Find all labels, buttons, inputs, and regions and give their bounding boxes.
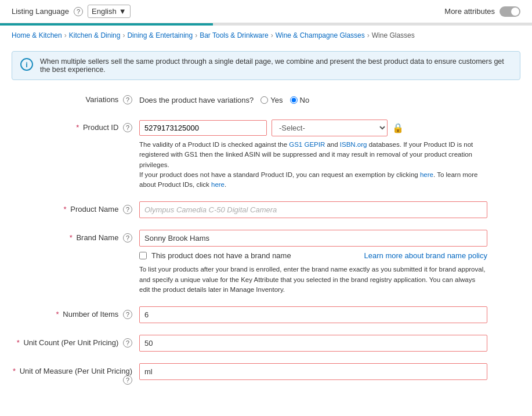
progress-bar-fill (0, 23, 213, 26)
brand-policy-link[interactable]: Learn more about brand name policy (364, 251, 487, 260)
info-banner: i When multiple sellers sell the same pr… (12, 51, 520, 80)
no-brand-checkbox[interactable] (139, 252, 147, 259)
brand-name-label: Brand Name (76, 233, 118, 242)
product-name-row: * Product Name ? (12, 201, 520, 218)
variations-no-label[interactable]: No (290, 96, 310, 104)
breadcrumb: Home & Kitchen › Kitchen & Dining › Dini… (0, 26, 532, 45)
unit-count-help-icon[interactable]: ? (123, 338, 132, 348)
breadcrumb-sep-2: › (122, 31, 125, 39)
number-of-items-input[interactable] (139, 306, 487, 323)
variations-yes-text: Yes (270, 96, 283, 104)
more-attributes-section: More attributes (444, 6, 520, 17)
product-name-required-star: * (64, 205, 67, 214)
gs1-gepir-link[interactable]: GS1 GEPIR (289, 141, 325, 148)
product-name-content (139, 201, 487, 218)
listing-language-section: Listing Language ? English ▼ (12, 5, 131, 18)
variations-no-radio[interactable] (290, 96, 298, 104)
chevron-down-icon: ▼ (119, 7, 126, 16)
exemption-here-link[interactable]: here (420, 171, 433, 178)
brand-name-label-container: * Brand Name ? (12, 230, 139, 243)
unit-count-input[interactable] (139, 335, 487, 352)
product-id-row: * Product ID ? -Select- UPC EAN GTIN ISB… (12, 120, 520, 190)
variations-help-icon[interactable]: ? (123, 95, 132, 104)
lock-icon: 🔒 (392, 122, 404, 133)
unit-count-content (139, 335, 487, 352)
breadcrumb-sep-5: › (367, 31, 370, 39)
product-id-help-icon[interactable]: ? (123, 123, 132, 132)
product-id-content: -Select- UPC EAN GTIN ISBN 🔒 The validit… (139, 120, 487, 190)
brand-name-row: * Brand Name ? This product does not hav… (12, 230, 520, 295)
info-icon: i (20, 58, 33, 71)
product-id-input[interactable] (139, 120, 267, 136)
product-ids-here-link[interactable]: here (211, 181, 225, 188)
form-section: Variations ? Does the product have varia… (0, 86, 532, 408)
unit-count-label-container: * Unit Count (Per Unit Pricing) ? (12, 335, 139, 348)
brand-name-required-star: * (70, 233, 73, 242)
product-id-required-star: * (76, 123, 79, 132)
variations-row: Variations ? Does the product have varia… (12, 92, 520, 108)
product-id-label-container: * Product ID ? (12, 120, 139, 132)
no-brand-checkbox-row: This product does not have a brand name … (139, 251, 487, 260)
number-of-items-row: * Number of Items ? (12, 306, 520, 323)
brand-note: To list your products after your brand i… (139, 265, 487, 295)
breadcrumb-dining-entertaining[interactable]: Dining & Entertaining (127, 31, 193, 39)
number-of-items-required-star: * (56, 310, 59, 319)
listing-language-label: Listing Language (12, 7, 69, 16)
number-of-items-label: Number of Items (63, 310, 118, 319)
unit-count-required-star: * (17, 338, 20, 347)
unit-of-measure-required-star: * (13, 367, 16, 375)
variations-question: Does the product have variations? (139, 96, 254, 104)
unit-of-measure-row: * Unit of Measure (Per Unit Pricing) ? (12, 363, 520, 385)
top-bar: Listing Language ? English ▼ More attrib… (0, 0, 532, 23)
unit-of-measure-label: Unit of Measure (Per Unit Pricing) (20, 367, 132, 375)
brand-name-content: This product does not have a brand name … (139, 230, 487, 295)
breadcrumb-wine-glasses[interactable]: Wine & Champagne Glasses (276, 31, 365, 39)
unit-count-row: * Unit Count (Per Unit Pricing) ? (12, 335, 520, 352)
no-brand-label: This product does not have a brand name (151, 251, 291, 260)
product-id-label: Product ID (83, 123, 118, 132)
breadcrumb-sep-1: › (64, 31, 67, 39)
product-id-type-select[interactable]: -Select- UPC EAN GTIN ISBN (272, 120, 388, 136)
variations-yes-label[interactable]: Yes (260, 96, 283, 104)
more-attributes-label: More attributes (444, 7, 495, 16)
info-banner-text: When multiple sellers sell the same prod… (40, 57, 512, 74)
variations-no-text: No (300, 96, 310, 104)
listing-language-help-icon[interactable]: ? (74, 7, 83, 16)
variations-label: Variations ? (12, 95, 139, 104)
number-of-items-content (139, 306, 487, 323)
brand-name-help-icon[interactable]: ? (123, 233, 132, 243)
product-id-input-row: -Select- UPC EAN GTIN ISBN 🔒 (139, 120, 487, 136)
breadcrumb-current: Wine Glasses (372, 31, 415, 39)
number-of-items-label-container: * Number of Items ? (12, 306, 139, 319)
unit-count-label: Unit Count (Per Unit Pricing) (23, 338, 118, 347)
product-name-label-container: * Product Name ? (12, 201, 139, 214)
variations-content: Does the product have variations? Yes No (139, 96, 309, 104)
language-value: English (92, 7, 117, 16)
variations-yes-radio[interactable] (260, 96, 268, 104)
progress-bar-container (0, 23, 532, 26)
number-of-items-help-icon[interactable]: ? (123, 310, 132, 319)
breadcrumb-bar-tools[interactable]: Bar Tools & Drinkware (200, 31, 269, 39)
product-name-help-icon[interactable]: ? (123, 205, 132, 214)
unit-of-measure-content (139, 363, 487, 380)
product-name-label: Product Name (70, 205, 118, 214)
breadcrumb-home-kitchen[interactable]: Home & Kitchen (12, 31, 62, 39)
breadcrumb-sep-3: › (195, 31, 197, 39)
unit-of-measure-help-icon[interactable]: ? (123, 375, 132, 385)
unit-of-measure-label-container: * Unit of Measure (Per Unit Pricing) ? (12, 363, 139, 385)
unit-of-measure-input[interactable] (139, 363, 487, 380)
language-selector[interactable]: English ▼ (88, 5, 131, 18)
product-id-note: The validity of a Product ID is checked … (139, 140, 487, 190)
product-name-input[interactable] (139, 201, 487, 218)
breadcrumb-sep-4: › (271, 31, 273, 39)
more-attributes-toggle[interactable] (500, 6, 520, 17)
brand-name-input[interactable] (139, 230, 487, 247)
isbn-link[interactable]: ISBN.org (340, 141, 367, 148)
breadcrumb-kitchen-dining[interactable]: Kitchen & Dining (69, 31, 121, 39)
